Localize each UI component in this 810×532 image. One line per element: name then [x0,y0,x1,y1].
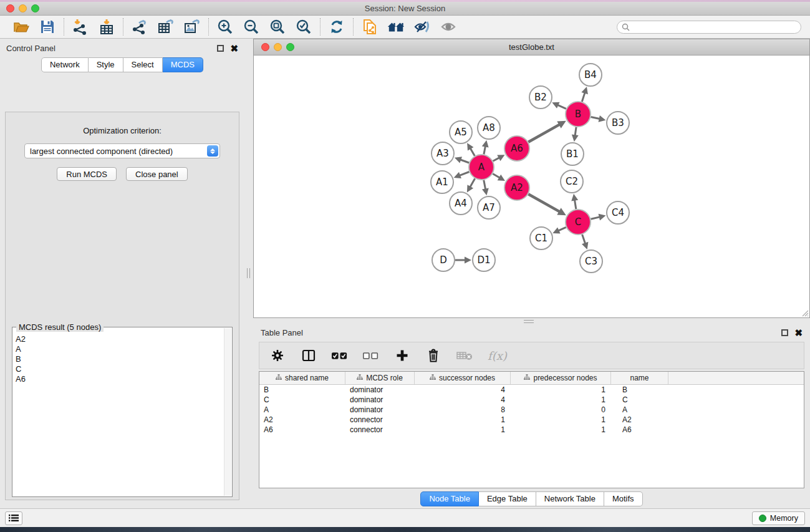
cell-name[interactable]: C [611,395,668,404]
cell-successor-nodes[interactable]: 4 [415,395,511,404]
table-row[interactable]: Bdominator41B [259,385,804,395]
cell-name[interactable]: A6 [611,425,668,434]
graph-edge[interactable] [484,146,485,154]
graph-edge[interactable] [575,127,576,135]
column-header-predecessor-nodes[interactable]: predecessor nodes [511,372,611,384]
close-panel-icon[interactable]: ✖ [230,45,238,52]
resize-grip-icon[interactable] [800,308,809,317]
cell-shared-name[interactable]: A [259,405,345,414]
graph-edge[interactable] [460,172,469,175]
add-column-icon[interactable] [394,347,410,364]
cell-MCDS-role[interactable]: dominator [345,395,415,404]
graph-edge[interactable] [484,180,486,190]
column-header-successor-nodes[interactable]: successor nodes [415,372,511,384]
duplicate-network-icon[interactable] [361,18,378,36]
graph-edge[interactable] [591,217,599,219]
network-canvas[interactable]: B4B2BB3A5A8A6A3B1AA1C2A2A4A7C4CC1C3DD1 [254,56,809,317]
search-field[interactable] [617,21,801,34]
result-item[interactable]: A [16,344,224,354]
tab-select[interactable]: Select [123,57,163,72]
result-item[interactable]: B [16,354,224,364]
cell-predecessor-nodes[interactable]: 1 [511,385,611,394]
graph-edge[interactable] [470,148,475,156]
search-input[interactable] [630,22,801,31]
close-panel-icon[interactable]: ✖ [794,329,803,336]
result-item[interactable]: A2 [16,334,224,344]
graph-edge[interactable] [591,117,600,118]
network-window-titlebar[interactable]: testGlobe.txt [254,39,809,56]
float-panel-icon[interactable] [217,45,224,52]
select-all-icon[interactable] [332,347,348,364]
column-header-name[interactable]: name [611,372,668,384]
node-table[interactable]: shared nameMCDS rolesuccessor nodesprede… [259,371,804,488]
column-split-icon[interactable] [301,347,317,364]
graph-edge[interactable] [470,178,475,187]
tab-style[interactable]: Style [89,57,123,72]
save-session-icon[interactable] [39,18,56,36]
cell-name[interactable]: B [611,385,668,394]
table-row[interactable]: A2connector11A2 [259,415,804,425]
cell-successor-nodes[interactable]: 8 [415,405,511,414]
tab-network[interactable]: Network [41,57,89,72]
graph-edge[interactable] [558,227,566,230]
cell-predecessor-nodes[interactable]: 1 [511,415,611,424]
result-item[interactable]: C [16,364,224,374]
graph-edge[interactable] [557,105,566,109]
cell-MCDS-role[interactable]: dominator [345,385,415,394]
cell-shared-name[interactable]: C [259,395,345,404]
task-history-button[interactable] [5,511,22,525]
cell-MCDS-role[interactable]: dominator [345,405,415,414]
cell-shared-name[interactable]: B [259,385,345,394]
tab-edge-table[interactable]: Edge Table [479,491,536,506]
column-header-shared-name[interactable]: shared name [259,372,345,384]
tab-network-table[interactable]: Network Table [536,491,604,506]
graph-edge[interactable] [460,160,469,163]
graph-edge[interactable] [528,125,559,142]
tab-node-table[interactable]: Node Table [420,491,479,506]
home-icon[interactable] [387,18,405,36]
delete-table-icon[interactable] [456,347,473,364]
cell-MCDS-role[interactable]: connector [345,415,415,424]
refresh-icon[interactable] [328,18,345,36]
cell-predecessor-nodes[interactable]: 0 [511,405,611,414]
result-scrollbar[interactable] [224,328,231,496]
table-settings-icon[interactable] [269,347,286,364]
cell-name[interactable]: A [611,405,668,414]
graph-edge[interactable] [528,194,559,211]
zoom-out-icon[interactable] [243,18,260,36]
cell-predecessor-nodes[interactable]: 1 [511,395,611,404]
table-row[interactable]: Adominator80A [259,405,804,415]
export-table-icon[interactable] [157,18,175,36]
zoom-selected-icon[interactable] [295,18,312,36]
cell-successor-nodes[interactable]: 1 [415,415,511,424]
splitter-handle[interactable] [524,320,534,323]
zoom-in-icon[interactable] [216,18,234,36]
cell-successor-nodes[interactable]: 1 [415,425,511,434]
import-table-icon[interactable] [98,18,115,36]
function-builder-icon[interactable]: f(x) [488,349,507,362]
open-session-icon[interactable] [12,18,30,36]
delete-column-icon[interactable] [425,347,441,364]
table-row[interactable]: A6connector11A6 [259,425,804,435]
splitter-handle[interactable] [247,268,250,278]
tab-motifs[interactable]: Motifs [604,491,643,506]
cell-shared-name[interactable]: A2 [259,415,345,424]
close-panel-button[interactable]: Close panel [126,167,188,181]
hide-graphics-details-icon[interactable] [413,18,431,36]
result-item[interactable]: A6 [16,374,224,384]
panel-splitter-horizontal[interactable] [253,318,810,324]
graph-edge[interactable] [575,200,576,210]
float-panel-icon[interactable] [781,329,788,336]
cell-shared-name[interactable]: A6 [259,425,345,434]
panel-splitter-vertical[interactable] [244,39,253,508]
cell-MCDS-role[interactable]: connector [345,425,415,434]
zoom-fit-icon[interactable] [269,18,286,36]
memory-button[interactable]: Memory [752,511,805,525]
column-header-MCDS-role[interactable]: MCDS role [345,372,415,384]
graph-edge[interactable] [582,93,585,102]
export-network-icon[interactable] [131,18,148,36]
graph-edge[interactable] [493,158,499,161]
graph-edge[interactable] [582,235,586,244]
run-mcds-button[interactable]: Run MCDS [57,167,117,181]
show-graphics-details-icon[interactable] [440,18,457,36]
